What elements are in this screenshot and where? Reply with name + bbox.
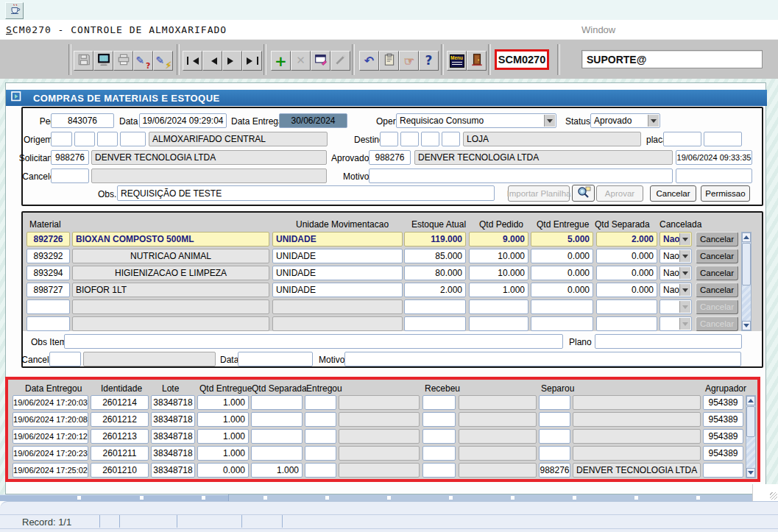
cancelou-data-field[interactable] [676,169,752,183]
separou-code-cell[interactable] [539,429,570,444]
data-entregou-cell[interactable]: 19/06/2024 17:25:02 [13,463,88,478]
qtd-entregue-cell[interactable]: 0.000 [531,249,593,263]
materials-scrollbar[interactable] [741,232,752,331]
scrollbar-thumb[interactable] [746,406,755,437]
qtd-entregue-cell[interactable]: 1.000 [197,429,249,444]
data-entrega-field[interactable]: 30/06/2024 [279,113,347,128]
qtd-separada-cell[interactable] [251,395,303,410]
data-field[interactable]: 19/06/2024 09:29:04 [139,113,227,128]
estoque-cell[interactable] [404,316,466,331]
permissao-button[interactable]: Permissao [701,185,750,202]
recebeu-code-cell[interactable] [422,446,456,461]
qtd-entregue-cell[interactable] [531,299,593,314]
agrupador-cell[interactable]: 954389 [703,395,743,410]
qtd-separada-cell[interactable] [251,429,303,444]
separou-code-cell[interactable]: 988276 [539,463,570,478]
item-cancelou-code-field[interactable] [49,352,81,366]
chevron-down-icon[interactable] [544,115,555,127]
estoque-cell[interactable]: 80.000 [404,266,466,280]
last-record-button[interactable] [242,51,262,71]
row-cancel-button[interactable]: Cancelar [696,266,738,280]
material-unit-cell[interactable]: UNIDADE [272,266,403,280]
qtd-entregue-cell[interactable]: 0.000 [531,283,593,297]
lote-cell[interactable]: 38348718 [151,446,195,461]
plano-field[interactable] [595,334,742,349]
cancelada-dropdown[interactable]: Nao [659,283,692,297]
placa-field-1[interactable] [663,132,701,146]
estoque-cell[interactable]: 2.000 [404,283,466,297]
material-code-cell[interactable]: 892726 [26,232,70,247]
splitter-thumb[interactable] [0,494,229,501]
lote-cell[interactable]: 38348718 [151,395,195,410]
motivo-field[interactable] [369,169,673,183]
material-code-cell[interactable] [26,316,70,331]
qtd-entregue-cell[interactable]: 5.000 [531,232,593,247]
obs-field[interactable]: REQUISIÇÃO DE TESTE [117,185,495,201]
cancelar-button[interactable]: Cancelar [650,185,696,202]
qtd-pedido-cell[interactable]: 9.000 [469,232,528,247]
agrupador-cell[interactable] [703,463,743,478]
screen-button[interactable] [93,51,113,71]
entregou-code-cell[interactable] [305,395,336,410]
origem-code-2[interactable] [74,132,95,146]
data-entregou-cell[interactable]: 19/06/2024 17:20:12 [13,429,88,444]
search-button[interactable] [572,185,595,202]
qtd-pedido-cell[interactable]: 1.000 [469,283,528,297]
agrupador-cell[interactable]: 954389 [703,412,743,427]
enter-query-button[interactable]: ✎ ? [133,51,153,71]
status-dropdown[interactable]: Aprovado [590,113,660,128]
qtd-separada-cell[interactable] [596,316,657,331]
exit-button[interactable] [467,51,487,71]
row-cancel-button[interactable]: Cancelar [696,249,738,263]
origem-code-3[interactable] [97,132,118,146]
agrupador-cell[interactable]: 954389 [703,446,743,461]
lote-cell[interactable]: 38348718 [151,463,195,478]
entregou-code-cell[interactable] [305,463,336,478]
qtd-pedido-cell[interactable]: 10.000 [469,249,528,263]
qtd-separada-cell[interactable] [251,446,303,461]
aprovador-code-field[interactable]: 988276 [369,150,411,165]
qtd-pedido-cell[interactable]: 10.000 [469,266,528,280]
chevron-down-icon[interactable] [679,250,690,262]
qtd-pedido-cell[interactable] [469,316,528,331]
java-applet-button[interactable] [5,2,24,19]
qtd-entregue-cell[interactable] [531,316,593,331]
undo-button[interactable]: ↶ [359,51,379,71]
material-code-cell[interactable]: 893294 [26,266,70,280]
qtd-separada-cell[interactable]: 0.000 [596,283,657,297]
scrollbar-thumb[interactable] [742,243,751,285]
material-code-cell[interactable]: 898727 [26,283,70,297]
form-menu-title[interactable]: SCM0270 - CONTROLE DE ALMOXARIFADO [6,24,227,35]
execute-query-button[interactable]: ✎ ⚡ [153,51,173,71]
identidade-cell[interactable]: 2601211 [91,446,149,461]
estoque-cell[interactable]: 119.000 [404,232,466,247]
help-button[interactable]: ? [419,51,439,71]
scroll-up-icon[interactable] [746,396,755,405]
recebeu-code-cell[interactable] [422,429,456,444]
estoque-cell[interactable] [404,299,466,314]
insert-record-button[interactable]: + [271,51,291,71]
resize-grip[interactable] [752,484,778,501]
destino-code-1[interactable] [380,132,398,146]
paste-button[interactable] [379,51,399,71]
cancelou-code-field[interactable] [51,169,89,183]
row-cancel-button[interactable]: Cancelar [696,232,738,247]
chevron-down-icon[interactable] [679,233,690,245]
chevron-down-icon[interactable] [679,284,690,296]
separou-code-cell[interactable] [539,412,570,427]
identidade-cell[interactable]: 2601214 [91,395,149,410]
material-code-cell[interactable] [26,299,70,314]
item-motivo-field[interactable] [344,352,741,366]
estoque-cell[interactable]: 85.000 [404,249,466,263]
qtd-separada-cell[interactable] [251,412,303,427]
qtd-entregue-cell[interactable]: 0.000 [197,463,249,478]
data-entregou-cell[interactable]: 19/06/2024 17:20:08 [13,412,88,427]
identidade-cell[interactable]: 2601213 [91,429,149,444]
cancelada-dropdown[interactable]: Nao [659,266,692,280]
qtd-entregue-cell[interactable]: 1.000 [197,412,249,427]
cancelada-dropdown[interactable]: Nao [659,232,692,247]
chevron-down-icon[interactable] [648,115,659,127]
destino-code-3[interactable] [421,132,439,146]
permissions-hand-button[interactable]: ☞ [399,51,419,71]
scroll-up-icon[interactable] [742,233,751,242]
